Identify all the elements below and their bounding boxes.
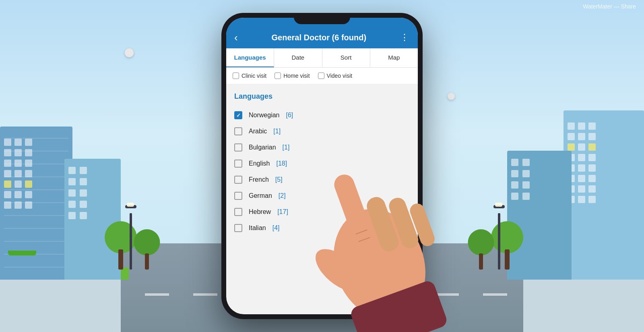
video-label: Video visit xyxy=(327,73,353,79)
clinic-checkbox[interactable] xyxy=(233,73,239,79)
tab-languages[interactable]: Languages xyxy=(226,48,274,67)
home-label: Home visit xyxy=(283,73,310,79)
building-right-1 xyxy=(564,110,644,280)
tree-right-2 xyxy=(471,225,491,270)
more-button[interactable]: ⋮ xyxy=(400,32,410,43)
header-title: General Doctor (6 found) xyxy=(242,33,396,42)
building-left-1 xyxy=(0,127,72,280)
watermark: WaterMater — Share xyxy=(583,3,636,10)
sidewalk-right xyxy=(523,276,644,332)
language-count-english: [18] xyxy=(276,160,287,167)
visit-type-video[interactable]: Video visit xyxy=(318,73,353,79)
language-count-italian: [4] xyxy=(272,224,280,232)
video-checkbox[interactable] xyxy=(318,73,324,79)
lamp-right xyxy=(493,205,505,270)
language-item-german[interactable]: German [2] xyxy=(234,188,410,204)
phone-notch xyxy=(294,13,350,24)
tree-left-2 xyxy=(137,225,157,270)
language-item-italian[interactable]: Italian [4] xyxy=(234,220,410,236)
tab-map[interactable]: Map xyxy=(370,48,418,67)
language-name-arabic: Arabic xyxy=(249,128,267,135)
sidewalk-left xyxy=(0,276,121,332)
lang-checkbox-arabic[interactable] xyxy=(234,127,242,135)
language-name-bulgarian: Bulgarian xyxy=(249,144,276,151)
phone-container: ‹ General Doctor (6 found) ⋮ Languages D… xyxy=(221,13,423,319)
lang-checkbox-hebrew[interactable] xyxy=(234,208,242,216)
visit-type-home[interactable]: Home visit xyxy=(275,73,310,79)
filter-tabs: Languages Date Sort Map xyxy=(226,48,418,68)
language-list: Norwegian [6] Arabic [1] Bulgarian [1] xyxy=(234,107,410,236)
tab-date[interactable]: Date xyxy=(274,48,322,67)
visit-types-row: Clinic visit Home visit Video visit xyxy=(226,68,418,84)
globe-light-left xyxy=(125,48,134,57)
visit-type-clinic[interactable]: Clinic visit xyxy=(233,73,266,79)
language-name-french: French xyxy=(249,176,269,183)
language-item-norwegian[interactable]: Norwegian [6] xyxy=(234,107,410,123)
phone-screen: ‹ General Doctor (6 found) ⋮ Languages D… xyxy=(226,18,418,314)
back-button[interactable]: ‹ xyxy=(234,32,238,43)
content-area: Languages Norwegian [6] Arabic [1] xyxy=(226,84,418,240)
globe-light-right xyxy=(448,93,455,100)
language-name-english: English xyxy=(249,160,270,167)
home-checkbox[interactable] xyxy=(275,73,281,79)
lamp-left xyxy=(125,205,137,270)
section-title: Languages xyxy=(234,92,410,101)
lang-checkbox-german[interactable] xyxy=(234,192,242,200)
lang-checkbox-french[interactable] xyxy=(234,176,242,184)
language-count-french: [5] xyxy=(275,176,283,183)
lang-checkbox-bulgarian[interactable] xyxy=(234,143,242,151)
language-item-english[interactable]: English [18] xyxy=(234,156,410,172)
lang-checkbox-english[interactable] xyxy=(234,160,242,168)
language-name-hebrew: Hebrew xyxy=(249,208,271,216)
language-name-german: German xyxy=(249,192,272,199)
language-item-french[interactable]: French [5] xyxy=(234,172,410,188)
language-item-bulgarian[interactable]: Bulgarian [1] xyxy=(234,139,410,156)
language-name-norwegian: Norwegian xyxy=(249,112,279,119)
lang-checkbox-norwegian[interactable] xyxy=(234,111,242,119)
language-item-arabic[interactable]: Arabic [1] xyxy=(234,123,410,139)
language-count-bulgarian: [1] xyxy=(283,144,290,151)
language-count-german: [2] xyxy=(279,192,286,199)
tab-sort[interactable]: Sort xyxy=(322,48,370,67)
language-count-arabic: [1] xyxy=(273,128,281,135)
language-item-hebrew[interactable]: Hebrew [17] xyxy=(234,204,410,220)
language-name-italian: Italian xyxy=(249,224,266,232)
language-count-hebrew: [17] xyxy=(277,208,288,216)
clinic-label: Clinic visit xyxy=(242,73,266,79)
language-count-norwegian: [6] xyxy=(286,112,293,119)
phone-outer: ‹ General Doctor (6 found) ⋮ Languages D… xyxy=(221,13,423,319)
lang-checkbox-italian[interactable] xyxy=(234,224,242,232)
